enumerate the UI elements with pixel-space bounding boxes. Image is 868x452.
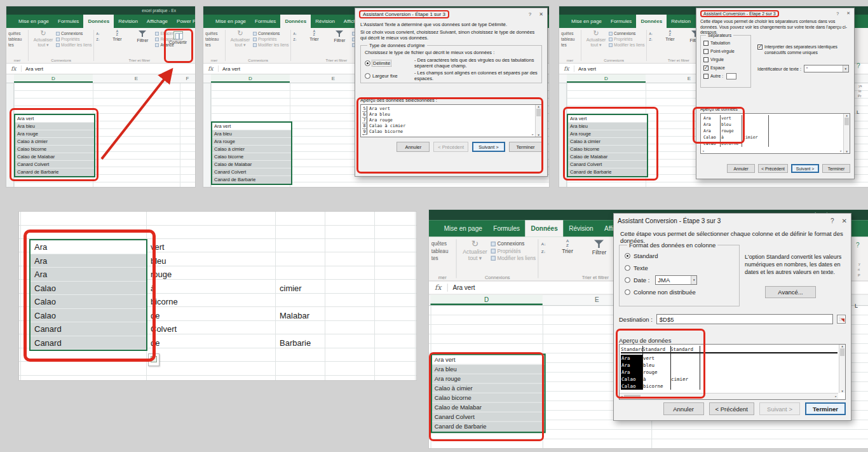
cell[interactable]: Calao bicorne: [212, 153, 291, 161]
destination-input[interactable]: $D$5: [656, 314, 833, 324]
sort-asc-icon[interactable]: A↓: [96, 32, 104, 36]
connections-button[interactable]: Connexions: [56, 31, 92, 36]
preview-cell[interactable]: à: [642, 376, 670, 383]
cell[interactable]: [280, 254, 311, 268]
cell[interactable]: Ara bleu: [15, 123, 94, 130]
tab-mise-en-page[interactable]: Mise en page: [567, 15, 606, 28]
cell[interactable]: Calao: [31, 282, 146, 296]
tab-affichage[interactable]: Affichage: [142, 15, 172, 28]
sort-asc-icon[interactable]: A↓: [293, 32, 301, 36]
cell[interactable]: Ara vert: [432, 355, 544, 365]
tab-revision[interactable]: Révision: [563, 220, 599, 236]
cell[interactable]: Canard de Barbarie: [432, 422, 544, 432]
radio-colonne-non-distribuee[interactable]: Colonne non distribuée: [625, 286, 734, 298]
cell[interactable]: Calao de Malabar: [15, 153, 94, 161]
edit-links-button[interactable]: Modifier les liens: [253, 43, 288, 47]
edit-links-button[interactable]: Modifier les liens: [56, 43, 92, 47]
cell[interactable]: Calao de Malabar: [432, 403, 544, 413]
column-header-E[interactable]: E: [93, 74, 180, 83]
cell[interactable]: Calao à cimier: [212, 146, 291, 153]
radio-largeur-fixe[interactable]: [365, 73, 370, 79]
previous-button[interactable]: < Précédent: [709, 402, 755, 415]
column-header-D[interactable]: D: [567, 74, 646, 83]
advanced-button[interactable]: Avancé...: [765, 286, 816, 298]
column-header-D[interactable]: D: [431, 295, 543, 305]
cell[interactable]: rouge: [151, 268, 178, 282]
paste-options-icon[interactable]: [148, 353, 159, 366]
radio-texte[interactable]: Texte: [625, 262, 734, 274]
cell[interactable]: Calao bicorne: [568, 146, 647, 153]
preview-cell[interactable]: [670, 355, 700, 362]
cell[interactable]: de: [151, 309, 178, 323]
cell[interactable]: [280, 322, 311, 336]
cell[interactable]: de: [151, 336, 178, 350]
scroll-right-icon[interactable]: ►: [840, 149, 842, 153]
cell[interactable]: Calao de Malabar: [212, 161, 291, 168]
preview-cell[interactable]: [670, 362, 700, 369]
previous-button[interactable]: < Précédent: [758, 164, 788, 173]
cell[interactable]: Colvert: [151, 322, 178, 336]
cell[interactable]: Ara bleu: [568, 123, 647, 130]
cell[interactable]: Ara rouge: [212, 138, 291, 146]
preview-cell[interactable]: bleu: [642, 362, 670, 369]
tab-donnees[interactable]: Données: [83, 15, 114, 28]
scroll-left-icon[interactable]: ◄: [362, 133, 364, 136]
radio-date[interactable]: Date : JMA▼: [625, 274, 734, 286]
checkbox-tabulation[interactable]: Tabulation: [703, 39, 748, 47]
column-format-header[interactable]: Standard: [670, 346, 700, 352]
refresh-all-button[interactable]: ↻ Actualiser tout ▾: [583, 28, 609, 47]
vertical-scrollbar[interactable]: ▲▼: [843, 114, 850, 153]
tab-donnees[interactable]: Données: [280, 15, 311, 28]
help-icon[interactable]: ?: [529, 11, 531, 17]
data-preview-box[interactable]: 5Ara vert6Ara bleu7Ara rouge8Calao à cim…: [360, 104, 542, 137]
sort-desc-icon[interactable]: Z↓: [541, 249, 552, 254]
scroll-up-icon[interactable]: ▲: [846, 114, 848, 117]
next-button[interactable]: Suivant >: [759, 402, 800, 415]
connections-button[interactable]: Connexions: [491, 241, 536, 247]
sort-asc-icon[interactable]: A↓: [541, 242, 552, 247]
finish-button[interactable]: Terminer: [805, 402, 846, 415]
previous-button[interactable]: < Précédent: [433, 142, 468, 152]
tab-mise-en-page[interactable]: Mise en page: [438, 220, 488, 236]
data-preview-box[interactable]: Standard Standard Standard AravertArable…: [619, 344, 846, 400]
cell[interactable]: Ara bleu: [432, 365, 544, 374]
tab-revision[interactable]: Révision: [114, 15, 142, 28]
properties-button[interactable]: Propriétés: [609, 37, 644, 41]
cell[interactable]: Calao à cimier: [15, 138, 94, 146]
tab-mise-en-page[interactable]: Mise en page: [14, 15, 53, 28]
column-format-header[interactable]: Standard: [642, 346, 670, 352]
help-icon[interactable]: ?: [836, 11, 839, 16]
selected-range[interactable]: Ara vertAra bleuAra rougeCalao à cimierC…: [431, 353, 546, 433]
filter-button[interactable]: Filtrer: [583, 237, 615, 261]
cell[interactable]: bicorne: [151, 295, 178, 309]
cell[interactable]: Canard de Barbarie: [568, 168, 647, 176]
properties-button[interactable]: Propriétés: [491, 248, 536, 254]
edit-links-button[interactable]: Modifier les liens: [491, 255, 536, 261]
sort-desc-icon[interactable]: Z↓: [293, 38, 301, 41]
text-to-columns-button[interactable]: Convertir: [165, 29, 191, 45]
sort-asc-icon[interactable]: A↓: [649, 32, 657, 36]
cell[interactable]: Ara rouge: [15, 130, 94, 138]
preview-cell-selected[interactable]: Calao: [621, 376, 642, 383]
refresh-all-button[interactable]: ↻ Actualiser tout ▾: [227, 28, 253, 47]
cell[interactable]: Canard: [31, 322, 146, 336]
preview-cell-selected[interactable]: Ara: [621, 362, 642, 369]
cell[interactable]: [280, 240, 311, 254]
scroll-up-icon[interactable]: ▲: [538, 105, 539, 108]
cell[interactable]: Ara rouge: [432, 374, 544, 384]
cell[interactable]: Ara vert: [212, 123, 291, 130]
sheet[interactable]: Ara vertAra bleuAra rougeCalao à cimierC…: [6, 83, 195, 187]
text-qualifier-dropdown[interactable]: "▼: [804, 65, 849, 72]
close-icon[interactable]: ✕: [842, 217, 847, 224]
next-button[interactable]: Suivant >: [472, 142, 505, 152]
cell[interactable]: [280, 295, 311, 309]
selected-range[interactable]: Ara vertAra bleuAra rougeCalao à cimierC…: [211, 121, 292, 185]
tab-revision[interactable]: Révision: [311, 15, 339, 28]
other-separator-input[interactable]: [726, 73, 736, 79]
vertical-scrollbar[interactable]: ▲▼: [535, 105, 541, 137]
cell[interactable]: [280, 268, 311, 282]
scroll-right-icon[interactable]: ►: [835, 395, 837, 398]
cell[interactable]: Ara: [31, 240, 146, 254]
selected-range[interactable]: Ara vertAra bleuAra rougeCalao à cimierC…: [567, 114, 648, 177]
tab-formules[interactable]: Formules: [488, 220, 526, 236]
